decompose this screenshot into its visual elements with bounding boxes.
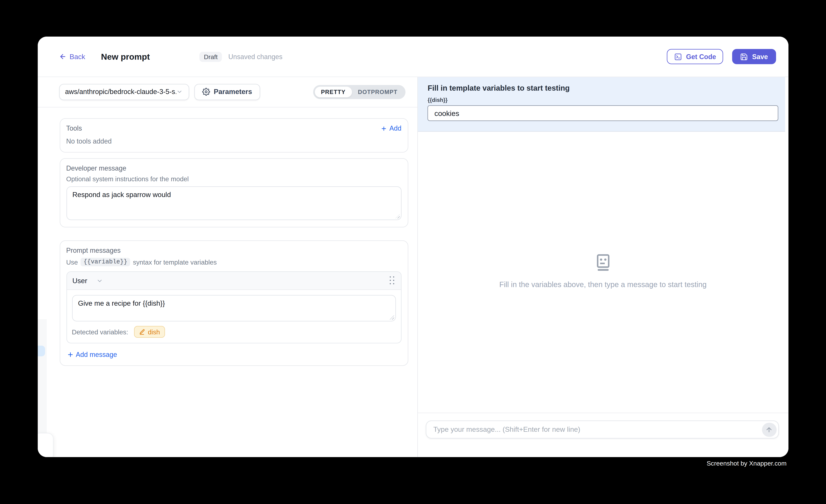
variable-syntax-chip: {{variable}} [81, 258, 130, 266]
toggle-option-pretty[interactable]: PRETTY [315, 86, 352, 98]
variables-section-title: Fill in template variables to start test… [428, 84, 778, 92]
status-badge: Draft [199, 52, 222, 62]
unsaved-changes-label: Unsaved changes [228, 53, 282, 61]
empty-state-text: Fill in the variables above, then type a… [499, 280, 707, 289]
left-edge-selected-item [38, 346, 45, 357]
app-window: Back New prompt Draft Unsaved changes Ge… [38, 37, 788, 457]
add-message-label: Add message [76, 351, 117, 358]
tools-title: Tools [66, 125, 82, 132]
variable-name-label: {{dish}} [428, 97, 778, 103]
chat-input-wrapper [426, 421, 779, 439]
pencil-icon [139, 329, 145, 335]
gear-icon [202, 88, 210, 96]
view-mode-toggle: PRETTY DOTPROMPT [313, 85, 406, 99]
chat-area: Fill in the variables above, then type a… [418, 132, 788, 413]
chevron-down-icon [176, 88, 183, 95]
developer-message-subtitle: Optional system instructions for the mod… [66, 175, 402, 183]
page-title: New prompt [101, 52, 150, 61]
chevron-down-icon [96, 277, 103, 284]
detected-variables-row: Detected variables: dish [72, 326, 396, 338]
plus-icon [67, 351, 74, 358]
hint-prefix: Use [66, 258, 78, 265]
left-toolbar: aws/anthropic/bedrock-claude-3-5-s... Pa… [38, 77, 417, 107]
tools-card: Tools Add No tools added [60, 118, 408, 153]
developer-message-title: Developer message [66, 164, 402, 172]
role-select-value: User [72, 277, 87, 285]
chat-input-section [418, 413, 788, 457]
template-variables-section: Fill in template variables to start test… [418, 77, 785, 132]
back-arrow-icon [59, 53, 66, 60]
screenshot-stage: Back New prompt Draft Unsaved changes Ge… [0, 0, 826, 504]
left-edge-panel [38, 319, 47, 433]
parameters-button[interactable]: Parameters [194, 84, 260, 100]
terminal-icon [674, 53, 682, 61]
hint-suffix: syntax for template variables [133, 258, 217, 265]
prompt-messages-card: Prompt messages Use {{variable}} syntax … [60, 241, 408, 366]
back-label: Back [70, 53, 85, 61]
role-select[interactable]: User [72, 277, 103, 285]
template-hint: Use {{variable}} syntax for template var… [66, 258, 402, 266]
arrow-up-icon [766, 426, 773, 433]
save-label: Save [752, 53, 768, 61]
developer-message-card: Developer message Optional system instru… [60, 158, 408, 228]
variable-badge-dish[interactable]: dish [134, 326, 165, 338]
back-button[interactable]: Back [59, 53, 85, 61]
prompt-messages-title: Prompt messages [66, 247, 402, 255]
get-code-label: Get Code [686, 53, 716, 61]
model-select[interactable]: aws/anthropic/bedrock-claude-3-5-s... [59, 84, 189, 100]
add-tool-button[interactable]: Add [381, 125, 401, 132]
robot-face-icon [596, 254, 610, 270]
left-edge-card [38, 433, 54, 457]
header-actions: Get Code Save [667, 49, 776, 64]
variable-value-input[interactable] [428, 105, 778, 121]
get-code-button[interactable]: Get Code [667, 49, 723, 64]
drag-handle-icon[interactable] [390, 276, 395, 285]
detected-variables-label: Detected variables: [72, 328, 128, 336]
watermark: Screenshot by Xnapper.com [707, 460, 786, 467]
add-message-button[interactable]: Add message [67, 351, 402, 358]
message-textarea[interactable]: Give me a recipe for {{dish}} [72, 295, 396, 321]
chat-message-input[interactable] [433, 426, 762, 434]
plus-icon [381, 125, 387, 132]
toggle-option-dotprompt[interactable]: DOTPROMPT [352, 86, 404, 98]
model-select-value: aws/anthropic/bedrock-claude-3-5-s... [65, 88, 176, 96]
add-tool-label: Add [389, 125, 401, 132]
parameters-label: Parameters [214, 88, 252, 96]
save-icon [740, 53, 748, 61]
prompt-editor-panel: Tools Add No tools added Developer messa… [38, 107, 417, 457]
variable-badge-label: dish [148, 328, 160, 336]
message-header: User [67, 272, 401, 290]
save-button[interactable]: Save [732, 49, 776, 64]
header: Back New prompt Draft Unsaved changes Ge… [38, 37, 788, 77]
message-block: User Give me a recipe for {{dish}} Detec… [66, 271, 402, 343]
tools-empty-text: No tools added [66, 137, 402, 145]
send-button[interactable] [762, 423, 776, 437]
test-panel: Fill in template variables to start test… [417, 77, 788, 457]
empty-state: Fill in the variables above, then type a… [499, 254, 707, 291]
developer-message-textarea[interactable]: Respond as jack sparrow would [66, 187, 402, 220]
